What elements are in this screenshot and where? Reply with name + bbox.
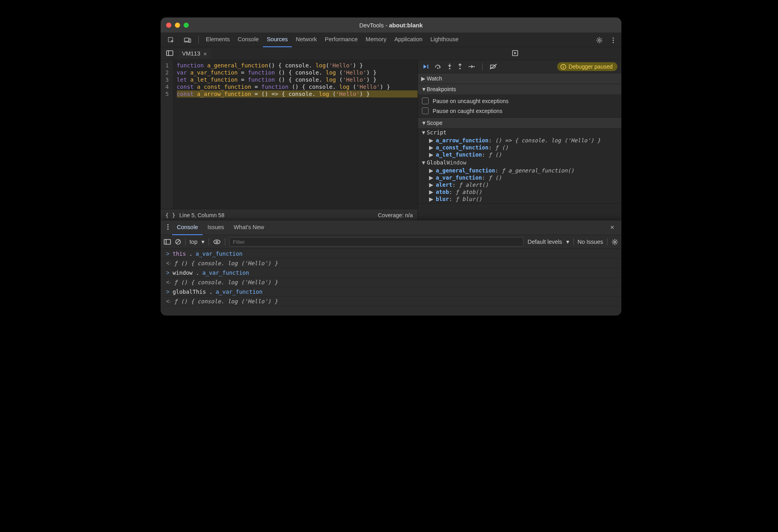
line-gutter: 12345 <box>161 60 173 209</box>
console-output[interactable]: >this.a_var_function<·ƒ () { console. lo… <box>161 249 621 316</box>
svg-point-22 <box>614 241 616 243</box>
svg-point-17 <box>167 228 169 230</box>
minimize-window-icon[interactable] <box>175 23 180 28</box>
snippet-run-icon[interactable] <box>512 50 518 57</box>
scope-variable[interactable]: ▶a_general_function: ƒ a_general_functio… <box>418 167 621 174</box>
svg-point-15 <box>167 224 169 225</box>
console-row[interactable]: >window.a_var_function <box>161 268 621 277</box>
file-tab-bar: VM113 × <box>161 47 621 60</box>
main-toolbar: ElementsConsoleSourcesNetworkPerformance… <box>161 33 621 47</box>
info-icon <box>560 64 566 70</box>
caret-right-icon: ▶ <box>429 182 433 188</box>
scope-script-header[interactable]: ▼Script <box>418 128 621 137</box>
drawer-close-icon[interactable]: × <box>606 224 618 232</box>
console-settings-icon[interactable] <box>611 239 618 245</box>
watch-section[interactable]: ▶Watch <box>418 73 621 84</box>
file-tab[interactable]: VM113 × <box>178 49 211 58</box>
svg-point-5 <box>613 40 614 41</box>
device-toolbar-icon[interactable] <box>180 33 195 47</box>
checkbox-icon[interactable] <box>422 98 429 104</box>
code-line[interactable]: let a_let_function = function () { conso… <box>177 76 418 83</box>
caret-down-icon: ▼ <box>422 159 425 166</box>
svg-point-3 <box>598 39 600 41</box>
debugger-toolbar: Debugger paused <box>418 60 621 73</box>
console-row[interactable]: >globalThis.a_var_function <box>161 287 621 297</box>
code-line[interactable]: function a_general_function() { console.… <box>177 62 418 69</box>
checkbox-icon[interactable] <box>422 107 429 114</box>
cursor-position: Line 5, Column 58 <box>179 212 224 218</box>
scope-header[interactable]: ▼Scope <box>418 118 621 128</box>
drawer-tab-bar: ConsoleIssuesWhat's New × <box>161 220 621 235</box>
main-tab-console[interactable]: Console <box>234 32 263 46</box>
close-tab-icon[interactable]: × <box>203 50 207 57</box>
clear-console-icon[interactable] <box>175 239 181 245</box>
close-window-icon[interactable] <box>166 23 171 28</box>
step-over-icon[interactable] <box>435 64 442 69</box>
svg-point-4 <box>613 37 614 38</box>
code-editor[interactable]: 12345 function a_general_function() { co… <box>161 60 418 209</box>
main-tab-sources[interactable]: Sources <box>263 32 292 47</box>
console-toolbar: top▾ Default levels▾ No Issues <box>161 235 621 249</box>
console-row[interactable]: >this.a_var_function <box>161 249 621 258</box>
inspect-icon[interactable] <box>164 33 178 47</box>
file-tab-label: VM113 <box>182 50 200 57</box>
scope-variable[interactable]: ▶a_arrow_function: () => { console. log … <box>418 137 621 144</box>
code-line[interactable]: const a_const_function = function () { c… <box>177 83 418 90</box>
main-tab-elements[interactable]: Elements <box>202 32 234 46</box>
live-expression-icon[interactable] <box>213 239 221 245</box>
step-out-icon[interactable] <box>458 63 462 70</box>
execution-context-selector[interactable]: top▾ <box>190 239 205 245</box>
pretty-print-icon[interactable]: { } <box>165 212 175 218</box>
main-tab-network[interactable]: Network <box>292 32 321 46</box>
svg-rect-18 <box>164 239 171 244</box>
scope-global-header[interactable]: ▼GlobalWindow <box>418 158 621 167</box>
more-icon[interactable] <box>608 33 618 47</box>
step-into-icon[interactable] <box>447 63 452 70</box>
breakpoints-header[interactable]: ▼Breakpoints <box>418 84 621 94</box>
main-tab-lighthouse[interactable]: Lighthouse <box>426 32 462 46</box>
console-filter-input[interactable] <box>229 237 523 247</box>
navigator-toggle-icon[interactable] <box>163 50 176 57</box>
issues-link[interactable]: No Issues <box>578 239 603 245</box>
main-tab-performance[interactable]: Performance <box>321 32 362 46</box>
caret-right-icon: ▶ <box>429 174 433 181</box>
code-line[interactable]: var a_var_function = function () { conso… <box>177 69 418 76</box>
svg-point-11 <box>449 68 450 69</box>
console-row[interactable]: <·ƒ () { console. log ('Hello') } <box>161 277 621 287</box>
console-input-icon: > <box>166 289 169 295</box>
code-line[interactable]: const a_arrow_function = () => { console… <box>177 90 418 98</box>
main-tab-memory[interactable]: Memory <box>362 32 390 46</box>
console-row[interactable]: <·ƒ () { console. log ('Hello') } <box>161 297 621 306</box>
main-tab-application[interactable]: Application <box>390 32 426 46</box>
caret-down-icon: ▼ <box>421 86 425 92</box>
scope-variable[interactable]: ▶atob: ƒ atob() <box>418 188 621 195</box>
settings-icon[interactable] <box>592 33 607 47</box>
breakpoint-option[interactable]: Pause on uncaught exceptions <box>418 96 621 106</box>
drawer-more-icon[interactable] <box>164 224 172 232</box>
svg-rect-9 <box>427 65 428 69</box>
breakpoint-option[interactable]: Pause on caught exceptions <box>418 106 621 116</box>
step-icon[interactable] <box>468 64 475 69</box>
svg-point-21 <box>216 241 218 243</box>
svg-rect-7 <box>167 51 173 55</box>
caret-down-icon: ▼ <box>422 129 425 136</box>
drawer-tab-issues[interactable]: Issues <box>203 220 229 234</box>
maximize-window-icon[interactable] <box>184 23 189 28</box>
code-area[interactable]: function a_general_function() { console.… <box>173 60 418 209</box>
console-row[interactable]: <·ƒ () { console. log ('Hello') } <box>161 258 621 268</box>
log-levels-selector[interactable]: Default levels▾ <box>527 239 569 245</box>
breakpoint-option-label: Pause on uncaught exceptions <box>433 98 508 104</box>
resume-icon[interactable] <box>423 64 429 69</box>
deactivate-breakpoints-icon[interactable] <box>490 64 497 69</box>
caret-right-icon: ▶ <box>429 189 433 195</box>
scope-variable[interactable]: ▶blur: ƒ blur() <box>418 195 621 203</box>
console-sidebar-toggle-icon[interactable] <box>164 239 171 245</box>
scope-variable[interactable]: ▶a_const_function: ƒ () <box>418 144 621 151</box>
breakpoints-section: ▼Breakpoints Pause on uncaught exception… <box>418 84 621 118</box>
scope-variable[interactable]: ▶alert: ƒ alert() <box>418 181 621 188</box>
drawer-tab-console[interactable]: Console <box>172 220 203 235</box>
title-bar: DevTools - about:blank <box>161 17 621 33</box>
drawer-tab-what-s-new[interactable]: What's New <box>229 220 269 234</box>
scope-variable[interactable]: ▶a_let_function: ƒ () <box>418 151 621 158</box>
scope-variable[interactable]: ▶a_var_function: ƒ () <box>418 174 621 181</box>
